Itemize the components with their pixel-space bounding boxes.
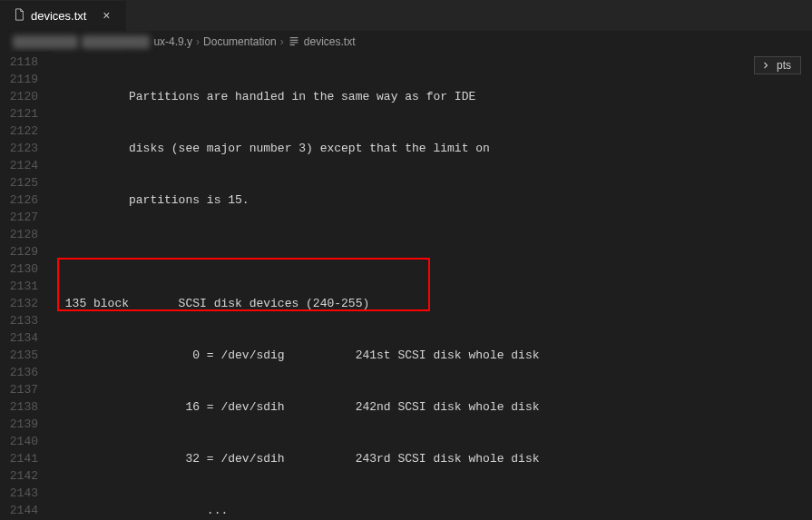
file-icon: [13, 8, 25, 24]
breadcrumb[interactable]: ████████ ██████ ██ ux-4.9.y › Documentat…: [0, 32, 812, 52]
line-number: 2120: [0, 88, 38, 105]
code-line: 135 block SCSI disk devices (240-255): [54, 295, 812, 312]
line-number: 2141: [0, 450, 38, 467]
line-number: 2129: [0, 243, 38, 260]
line-number: 2124: [0, 157, 38, 174]
code-line: [54, 243, 812, 260]
code-line: Partitions are handled in the same way a…: [54, 88, 812, 105]
line-number: 2133: [0, 312, 38, 329]
code-line: 32 = /dev/sdih 243rd SCSI disk whole dis…: [54, 450, 812, 467]
chevron-right-icon: ›: [196, 35, 200, 48]
chevron-right-icon: ›: [280, 35, 284, 48]
breadcrumb-hidden: ████████: [13, 35, 78, 48]
line-number: 2119: [0, 71, 38, 88]
tab-filename: devices.txt: [31, 9, 86, 23]
line-number: 2144: [0, 502, 38, 519]
close-icon[interactable]: ×: [99, 8, 113, 23]
line-number: 2126: [0, 191, 38, 209]
line-number: 2118: [0, 54, 38, 71]
code-line: 16 = /dev/sdih 242nd SCSI disk whole dis…: [54, 398, 812, 416]
line-number: 2130: [0, 260, 38, 278]
file-icon: [288, 35, 300, 48]
editor-tab[interactable]: devices.txt ×: [0, 1, 127, 31]
line-number: 2138: [0, 398, 38, 416]
line-number: 2135: [0, 347, 38, 364]
line-number: 2125: [0, 174, 38, 191]
chevron-right-icon: [760, 60, 771, 71]
line-number: 2122: [0, 123, 38, 140]
breadcrumb-seg[interactable]: ux-4.9.y: [153, 35, 192, 48]
line-number: 2140: [0, 433, 38, 450]
line-number: 2128: [0, 226, 38, 243]
outline-widget[interactable]: pts: [754, 56, 801, 74]
line-number: 2139: [0, 416, 38, 433]
breadcrumb-seg[interactable]: devices.txt: [304, 35, 356, 48]
line-number: 2132: [0, 295, 38, 312]
line-number: 2131: [0, 278, 38, 295]
line-number: 2142: [0, 467, 38, 485]
line-number: 2127: [0, 209, 38, 226]
line-number: 2136: [0, 364, 38, 381]
editor[interactable]: 2118 2119 2120 2121 2122 2123 2124 2125 …: [0, 52, 812, 520]
line-number: 2134: [0, 329, 38, 347]
line-number: 2143: [0, 485, 38, 502]
breadcrumb-seg[interactable]: Documentation: [203, 35, 277, 48]
code-content[interactable]: Partitions are handled in the same way a…: [54, 52, 812, 520]
line-number: 2121: [0, 105, 38, 123]
line-number: 2137: [0, 381, 38, 398]
outline-label: pts: [777, 59, 791, 72]
breadcrumb-hidden: ██████ ██: [82, 35, 150, 48]
code-line: 0 = /dev/sdig 241st SCSI disk whole disk: [54, 347, 812, 364]
code-line: disks (see major number 3) except that t…: [54, 140, 812, 157]
line-gutter: 2118 2119 2120 2121 2122 2123 2124 2125 …: [0, 52, 54, 520]
line-number: 2123: [0, 140, 38, 157]
tab-bar: devices.txt ×: [0, 0, 812, 32]
code-line: partitions is 15.: [54, 191, 812, 209]
code-line: ...: [54, 502, 812, 519]
